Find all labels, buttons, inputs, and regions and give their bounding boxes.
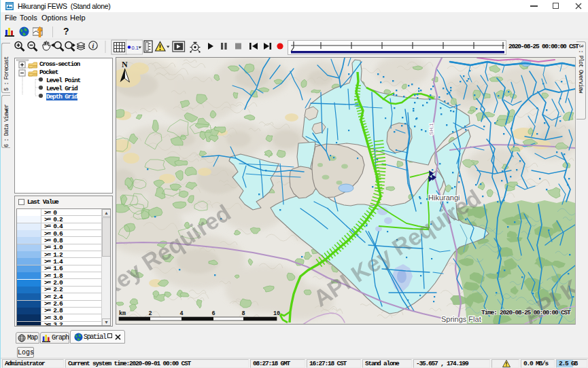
svg-text:km: km: [119, 310, 126, 317]
svg-text:Springs Flat: Springs Flat: [441, 315, 481, 323]
svg-text:0.1: 0.1: [132, 45, 139, 51]
svg-text:i: i: [92, 42, 94, 50]
svg-text:Hikurangi: Hikurangi: [428, 194, 460, 202]
svg-text:2: 2: [148, 310, 152, 317]
svg-text:8: 8: [241, 310, 245, 317]
svg-text:Time: 2020-08-25 00:00:00 CST: Time: 2020-08-25 00:00:00 CST: [481, 309, 571, 316]
svg-text:4: 4: [179, 310, 183, 317]
svg-text:N: N: [122, 60, 128, 69]
svg-text:6: 6: [211, 310, 215, 317]
svg-text:SH 1: SH 1: [428, 123, 434, 135]
svg-text:10: 10: [273, 310, 280, 317]
